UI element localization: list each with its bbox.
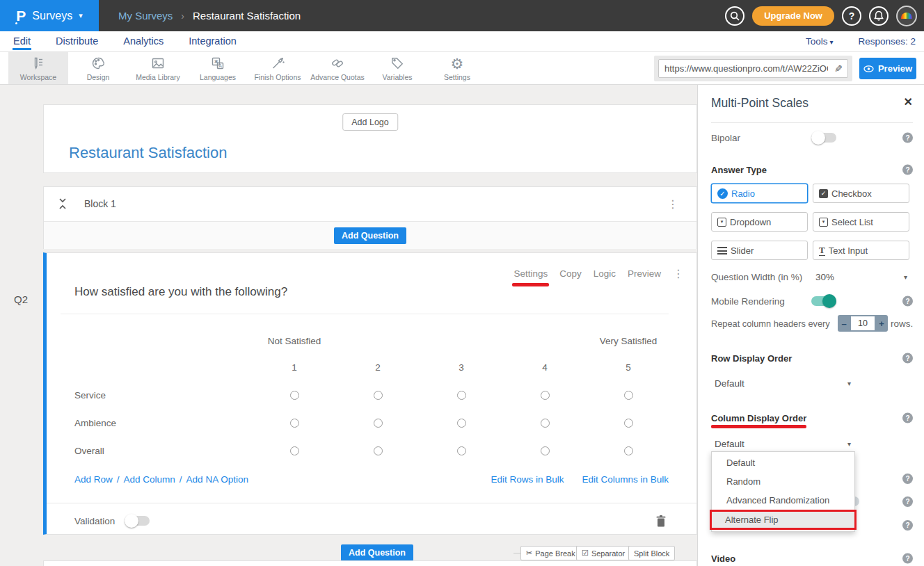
toolbar-item-workspace[interactable]: Workspace (8, 52, 68, 84)
row-label[interactable]: Overall (74, 446, 253, 456)
toolbar-item-finish-options[interactable]: Finish Options (248, 52, 308, 84)
toolbar-item-settings[interactable]: ⚙ Settings (427, 52, 487, 84)
toolbar-item-media-library[interactable]: Media Library (128, 52, 188, 84)
help-icon[interactable]: ? (902, 296, 913, 307)
answer-type-text-input[interactable]: TText Input (813, 241, 909, 260)
breadcrumb-current: Restaurant Satisfaction (193, 10, 301, 22)
radio-option[interactable] (457, 419, 466, 428)
toolbar-item-variables[interactable]: Variables (367, 52, 427, 84)
help-icon[interactable]: ? (902, 553, 913, 564)
scale-label-left[interactable]: Not Satisfied (253, 336, 336, 346)
help-icon[interactable]: ? (902, 165, 913, 175)
edit-url-icon[interactable]: ✎ (834, 63, 843, 74)
toolbar-item-advance-quotas[interactable]: Advance Quotas (308, 52, 367, 84)
notifications-button[interactable] (869, 6, 889, 26)
block-menu-icon[interactable]: ⋮ (667, 197, 678, 211)
help-icon[interactable]: ? (902, 520, 913, 531)
add-row-link[interactable]: Add Row (74, 474, 113, 485)
bipolar-toggle[interactable] (811, 133, 836, 143)
question-menu-icon[interactable]: ⋮ (673, 267, 684, 280)
collapse-block-icon[interactable] (58, 197, 67, 211)
tools-menu[interactable]: Tools▾ (806, 36, 834, 47)
radio-option[interactable] (624, 446, 633, 455)
answer-type-slider[interactable]: Slider (711, 241, 808, 260)
edit-columns-bulk-link[interactable]: Edit Columns in Bulk (582, 474, 669, 485)
block-name[interactable]: Block 1 (84, 198, 116, 209)
radio-option[interactable] (290, 446, 299, 455)
radio-option[interactable] (374, 419, 383, 428)
radio-option[interactable] (374, 391, 383, 400)
help-icon[interactable]: ? (902, 474, 913, 484)
add-question-button[interactable]: Add Question (334, 227, 406, 244)
toolbar-item-design[interactable]: Design (68, 52, 128, 84)
question-title[interactable]: How satisfied are you with the following… (74, 285, 287, 299)
radio-option[interactable] (374, 446, 383, 455)
radio-option[interactable] (541, 391, 550, 400)
row-label[interactable]: Service (74, 390, 253, 401)
answer-type-dropdown[interactable]: ▾Dropdown (711, 212, 808, 232)
breadcrumb-my-surveys[interactable]: My Surveys (118, 10, 173, 22)
add-column-link[interactable]: Add Column (124, 474, 175, 485)
survey-url-input[interactable] (658, 59, 848, 78)
upgrade-now-button[interactable]: Upgrade Now (752, 6, 834, 26)
tab-edit[interactable]: Edit (13, 33, 31, 50)
add-na-option-link[interactable]: Add NA Option (186, 474, 248, 485)
tab-distribute[interactable]: Distribute (55, 33, 99, 50)
help-icon[interactable]: ? (902, 413, 913, 423)
minus-button[interactable]: – (838, 315, 850, 332)
question-width-value[interactable]: 30% (815, 272, 834, 282)
help-icon[interactable]: ? (902, 133, 913, 143)
page-break-button[interactable]: ✂Page Break (520, 546, 581, 560)
tab-integration[interactable]: Integration (188, 33, 237, 50)
radio-option[interactable] (290, 391, 299, 400)
chevron-down-icon[interactable]: ▾ (904, 273, 907, 281)
menu-option-alternate-flip[interactable]: Alternate Flip (710, 510, 857, 530)
bipolar-label: Bipolar (711, 133, 740, 143)
separator-button[interactable]: ☑Separator (576, 546, 630, 560)
repeat-headers-input[interactable] (851, 316, 875, 330)
toolbar-item-languages[interactable]: ✱A Languages (188, 52, 248, 84)
help-icon[interactable]: ? (902, 353, 913, 364)
preview-button[interactable]: Preview (859, 58, 916, 79)
answer-type-radio[interactable]: ✓Radio (711, 184, 808, 203)
radio-option[interactable] (541, 419, 550, 428)
add-question-button-bottom[interactable]: Add Question (341, 544, 413, 561)
add-logo-button[interactable]: Add Logo (342, 113, 398, 131)
question-mark-icon: ? (849, 10, 855, 22)
answer-type-select-list[interactable]: ▾Select List (813, 212, 909, 232)
menu-option-advanced-randomization[interactable]: Advanced Randomization (712, 491, 854, 510)
plus-button[interactable]: + (875, 315, 888, 332)
radio-option[interactable] (457, 391, 466, 400)
menu-option-random[interactable]: Random (712, 472, 854, 491)
radio-option[interactable] (624, 419, 633, 428)
question-tab-logic[interactable]: Logic (594, 268, 616, 279)
close-icon[interactable]: ✕ (904, 95, 913, 108)
split-block-button[interactable]: Split Block (628, 546, 675, 560)
radio-option[interactable] (290, 419, 299, 428)
help-button[interactable]: ? (842, 6, 861, 26)
row-label[interactable]: Ambience (74, 418, 253, 428)
scale-label-right[interactable]: Very Satisfied (587, 336, 670, 346)
column-display-order-select[interactable]: Default ▾ (711, 435, 857, 452)
question-tab-settings[interactable]: Settings (513, 268, 548, 279)
responses-count[interactable]: Responses: 2 (858, 36, 916, 47)
radio-option[interactable] (624, 391, 633, 400)
radio-option[interactable] (457, 446, 466, 455)
question-tab-preview[interactable]: Preview (628, 268, 661, 279)
delete-question-icon[interactable] (656, 515, 666, 527)
menu-option-default[interactable]: Default (712, 453, 854, 472)
validation-toggle[interactable] (125, 516, 150, 526)
brand-menu[interactable]: P Surveys ▾ (0, 0, 99, 31)
answer-type-checkbox[interactable]: ✓Checkbox (813, 184, 909, 203)
divider (61, 314, 669, 314)
help-icon[interactable]: ? (902, 496, 913, 507)
survey-title[interactable]: Restaurant Satisfaction (69, 144, 227, 162)
radio-option[interactable] (541, 446, 550, 455)
mobile-rendering-toggle[interactable] (811, 296, 836, 306)
search-button[interactable] (725, 6, 744, 26)
tab-analytics[interactable]: Analytics (122, 33, 164, 50)
edit-rows-bulk-link[interactable]: Edit Rows in Bulk (491, 474, 564, 485)
row-display-order-select[interactable]: Default ▾ (711, 375, 857, 391)
question-tab-copy[interactable]: Copy (559, 268, 582, 279)
user-avatar[interactable] (896, 6, 917, 26)
